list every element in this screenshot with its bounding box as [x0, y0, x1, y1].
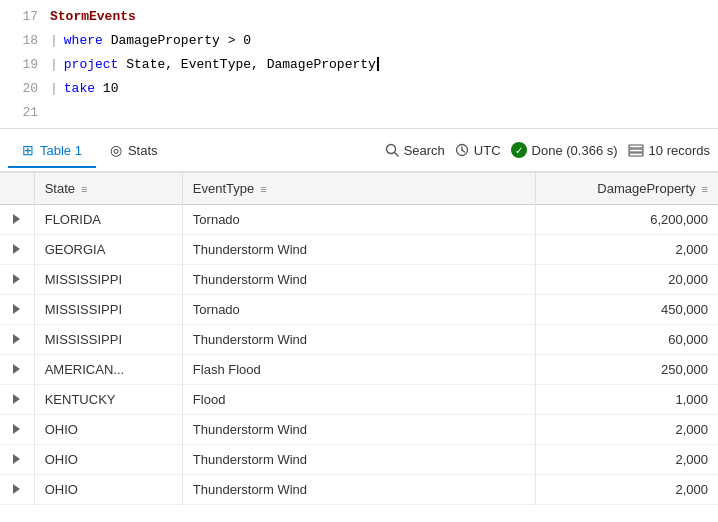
code-line-19[interactable]: 19 | project State, EventType, DamagePro… — [0, 52, 718, 76]
svg-line-4 — [462, 150, 465, 152]
cell-eventtype: Flash Flood — [182, 355, 535, 385]
text-cursor — [377, 57, 379, 71]
table-row: MISSISSIPPIThunderstorm Wind20,000 — [0, 265, 718, 295]
code-line-20: 20 | take 10 — [0, 76, 718, 100]
table-header-row: State ≡ EventType ≡ DamageProperty — [0, 173, 718, 205]
cell-state: MISSISSIPPI — [34, 265, 182, 295]
code-project-fields: State, EventType, DamageProperty — [118, 57, 375, 72]
done-status: ✓ Done (0.366 s) — [511, 142, 618, 158]
cell-damageproperty: 1,000 — [536, 385, 718, 415]
expand-cell[interactable] — [0, 475, 34, 505]
records-label: 10 records — [649, 143, 710, 158]
expand-cell[interactable] — [0, 265, 34, 295]
expand-cell[interactable] — [0, 355, 34, 385]
cell-eventtype: Thunderstorm Wind — [182, 265, 535, 295]
cell-eventtype: Tornado — [182, 295, 535, 325]
th-state-label: State — [45, 181, 75, 196]
chevron-right-icon — [13, 424, 20, 434]
th-damageproperty[interactable]: DamageProperty ≡ — [536, 173, 718, 205]
line-number-21: 21 — [8, 105, 38, 120]
cell-state: OHIO — [34, 415, 182, 445]
cell-eventtype: Thunderstorm Wind — [182, 325, 535, 355]
sort-icon-event: ≡ — [260, 183, 266, 195]
cell-damageproperty: 2,000 — [536, 415, 718, 445]
cell-eventtype: Thunderstorm Wind — [182, 235, 535, 265]
cell-damageproperty: 2,000 — [536, 445, 718, 475]
svg-rect-6 — [629, 149, 643, 152]
code-take-value: 10 — [95, 81, 118, 96]
cell-state: MISSISSIPPI — [34, 295, 182, 325]
kw-where: where — [64, 33, 103, 48]
utc-label: UTC — [474, 143, 501, 158]
code-line-17: 17 StormEvents — [0, 4, 718, 28]
kw-take: take — [64, 81, 95, 96]
chevron-right-icon — [13, 244, 20, 254]
table-row: KENTUCKYFlood1,000 — [0, 385, 718, 415]
tab-stats[interactable]: ◎ Stats — [96, 134, 172, 168]
th-state[interactable]: State ≡ — [34, 173, 182, 205]
expand-cell[interactable] — [0, 445, 34, 475]
chevron-right-icon — [13, 274, 20, 284]
done-icon: ✓ — [511, 142, 527, 158]
cell-state: KENTUCKY — [34, 385, 182, 415]
line-number-20: 20 — [8, 81, 38, 96]
cell-state: OHIO — [34, 475, 182, 505]
cell-state: MISSISSIPPI — [34, 325, 182, 355]
chevron-right-icon — [13, 454, 20, 464]
cell-eventtype: Thunderstorm Wind — [182, 475, 535, 505]
toolbar-right: Search UTC ✓ Done (0.366 s) — [385, 142, 710, 158]
code-pipe-20: | — [50, 81, 58, 96]
cell-damageproperty: 450,000 — [536, 295, 718, 325]
table-icon: ⊞ — [22, 142, 34, 158]
table-row: MISSISSIPPITornado450,000 — [0, 295, 718, 325]
tab-stats-label: Stats — [128, 143, 158, 158]
code-pipe-18: | — [50, 33, 58, 48]
table-row: OHIOThunderstorm Wind2,000 — [0, 445, 718, 475]
search-label: Search — [404, 143, 445, 158]
tab-table1[interactable]: ⊞ Table 1 — [8, 134, 96, 168]
table-row: OHIOThunderstorm Wind2,000 — [0, 475, 718, 505]
expand-cell[interactable] — [0, 385, 34, 415]
table-body: FLORIDATornado6,200,000GEORGIAThundersto… — [0, 205, 718, 505]
svg-rect-5 — [629, 145, 643, 148]
done-label: Done (0.366 s) — [532, 143, 618, 158]
expand-cell[interactable] — [0, 205, 34, 235]
cell-damageproperty: 20,000 — [536, 265, 718, 295]
clock-icon — [455, 143, 469, 157]
expand-cell[interactable] — [0, 325, 34, 355]
chevron-right-icon — [13, 364, 20, 374]
chevron-right-icon — [13, 484, 20, 494]
search-icon — [385, 143, 399, 157]
results-table: State ≡ EventType ≡ DamageProperty — [0, 173, 718, 505]
expand-cell[interactable] — [0, 295, 34, 325]
table-row: OHIOThunderstorm Wind2,000 — [0, 415, 718, 445]
main-container: 17 StormEvents 18 | where DamageProperty… — [0, 0, 718, 522]
chevron-right-icon — [13, 304, 20, 314]
kw-project: project — [64, 57, 119, 72]
chevron-right-icon — [13, 394, 20, 404]
th-expand — [0, 173, 34, 205]
expand-cell[interactable] — [0, 415, 34, 445]
code-table-name: StormEvents — [50, 9, 136, 24]
chevron-right-icon — [13, 214, 20, 224]
cell-state: AMERICAN... — [34, 355, 182, 385]
table-row: FLORIDATornado6,200,000 — [0, 205, 718, 235]
cell-state: OHIO — [34, 445, 182, 475]
cell-eventtype: Thunderstorm Wind — [182, 415, 535, 445]
code-line-18: 18 | where DamageProperty > 0 — [0, 28, 718, 52]
results-table-section: State ≡ EventType ≡ DamageProperty — [0, 173, 718, 522]
th-damage-label: DamageProperty — [597, 181, 695, 196]
chevron-right-icon — [13, 334, 20, 344]
result-toolbar: ⊞ Table 1 ◎ Stats Search UTC — [0, 129, 718, 173]
cell-damageproperty: 6,200,000 — [536, 205, 718, 235]
th-eventtype[interactable]: EventType ≡ — [182, 173, 535, 205]
expand-cell[interactable] — [0, 235, 34, 265]
utc-button[interactable]: UTC — [455, 143, 501, 158]
code-editor: 17 StormEvents 18 | where DamageProperty… — [0, 0, 718, 129]
sort-icon-damage: ≡ — [702, 183, 708, 195]
sort-icon-state: ≡ — [81, 183, 87, 195]
cell-state: GEORGIA — [34, 235, 182, 265]
cell-state: FLORIDA — [34, 205, 182, 235]
line-number-18: 18 — [8, 33, 38, 48]
search-button[interactable]: Search — [385, 143, 445, 158]
